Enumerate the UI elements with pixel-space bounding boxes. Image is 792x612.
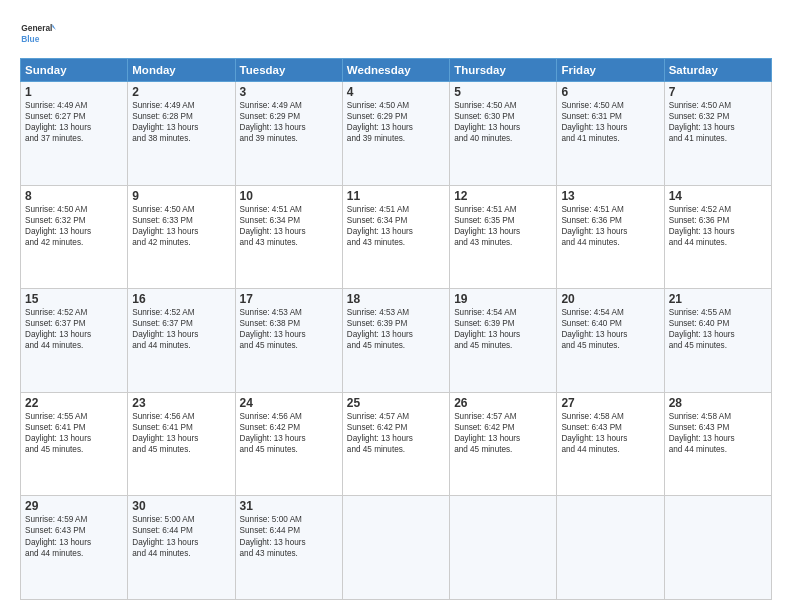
day-info: Sunrise: 4:59 AMSunset: 6:43 PMDaylight:… [25,514,123,558]
day-info: Sunrise: 4:51 AMSunset: 6:36 PMDaylight:… [561,204,659,248]
day-number: 3 [240,85,338,99]
calendar-week-row: 15Sunrise: 4:52 AMSunset: 6:37 PMDayligh… [21,289,772,393]
calendar-day-3: 3Sunrise: 4:49 AMSunset: 6:29 PMDaylight… [235,82,342,186]
day-number: 4 [347,85,445,99]
calendar-day-12: 12Sunrise: 4:51 AMSunset: 6:35 PMDayligh… [450,185,557,289]
day-info: Sunrise: 4:52 AMSunset: 6:37 PMDaylight:… [25,307,123,351]
calendar-day-21: 21Sunrise: 4:55 AMSunset: 6:40 PMDayligh… [664,289,771,393]
day-info: Sunrise: 4:57 AMSunset: 6:42 PMDaylight:… [347,411,445,455]
day-info: Sunrise: 5:00 AMSunset: 6:44 PMDaylight:… [132,514,230,558]
day-number: 1 [25,85,123,99]
day-number: 21 [669,292,767,306]
day-info: Sunrise: 4:52 AMSunset: 6:37 PMDaylight:… [132,307,230,351]
day-info: Sunrise: 4:49 AMSunset: 6:27 PMDaylight:… [25,100,123,144]
calendar-empty-cell [342,496,449,600]
day-number: 23 [132,396,230,410]
day-info: Sunrise: 4:57 AMSunset: 6:42 PMDaylight:… [454,411,552,455]
calendar-table: SundayMondayTuesdayWednesdayThursdayFrid… [20,58,772,600]
day-number: 10 [240,189,338,203]
calendar-day-8: 8Sunrise: 4:50 AMSunset: 6:32 PMDaylight… [21,185,128,289]
calendar-empty-cell [557,496,664,600]
day-info: Sunrise: 4:50 AMSunset: 6:31 PMDaylight:… [561,100,659,144]
day-info: Sunrise: 4:50 AMSunset: 6:32 PMDaylight:… [669,100,767,144]
day-number: 6 [561,85,659,99]
day-info: Sunrise: 4:51 AMSunset: 6:35 PMDaylight:… [454,204,552,248]
day-number: 13 [561,189,659,203]
calendar-header-wednesday: Wednesday [342,59,449,82]
calendar-header-thursday: Thursday [450,59,557,82]
calendar-day-6: 6Sunrise: 4:50 AMSunset: 6:31 PMDaylight… [557,82,664,186]
day-info: Sunrise: 4:54 AMSunset: 6:39 PMDaylight:… [454,307,552,351]
day-number: 26 [454,396,552,410]
svg-text:Blue: Blue [21,34,40,44]
svg-marker-3 [52,24,56,30]
calendar-day-25: 25Sunrise: 4:57 AMSunset: 6:42 PMDayligh… [342,392,449,496]
calendar-day-17: 17Sunrise: 4:53 AMSunset: 6:38 PMDayligh… [235,289,342,393]
calendar-day-13: 13Sunrise: 4:51 AMSunset: 6:36 PMDayligh… [557,185,664,289]
calendar-day-18: 18Sunrise: 4:53 AMSunset: 6:39 PMDayligh… [342,289,449,393]
calendar-day-2: 2Sunrise: 4:49 AMSunset: 6:28 PMDaylight… [128,82,235,186]
calendar-day-16: 16Sunrise: 4:52 AMSunset: 6:37 PMDayligh… [128,289,235,393]
day-info: Sunrise: 4:55 AMSunset: 6:41 PMDaylight:… [25,411,123,455]
logo-svg: General Blue [20,18,56,54]
day-info: Sunrise: 4:53 AMSunset: 6:38 PMDaylight:… [240,307,338,351]
calendar-day-31: 31Sunrise: 5:00 AMSunset: 6:44 PMDayligh… [235,496,342,600]
day-info: Sunrise: 4:51 AMSunset: 6:34 PMDaylight:… [240,204,338,248]
calendar-day-23: 23Sunrise: 4:56 AMSunset: 6:41 PMDayligh… [128,392,235,496]
day-number: 14 [669,189,767,203]
day-info: Sunrise: 4:53 AMSunset: 6:39 PMDaylight:… [347,307,445,351]
calendar-day-7: 7Sunrise: 4:50 AMSunset: 6:32 PMDaylight… [664,82,771,186]
calendar-day-10: 10Sunrise: 4:51 AMSunset: 6:34 PMDayligh… [235,185,342,289]
calendar-header-row: SundayMondayTuesdayWednesdayThursdayFrid… [21,59,772,82]
calendar-header-tuesday: Tuesday [235,59,342,82]
calendar-day-26: 26Sunrise: 4:57 AMSunset: 6:42 PMDayligh… [450,392,557,496]
day-info: Sunrise: 4:51 AMSunset: 6:34 PMDaylight:… [347,204,445,248]
calendar-header-friday: Friday [557,59,664,82]
day-number: 16 [132,292,230,306]
calendar-day-24: 24Sunrise: 4:56 AMSunset: 6:42 PMDayligh… [235,392,342,496]
calendar-empty-cell [664,496,771,600]
day-info: Sunrise: 4:50 AMSunset: 6:30 PMDaylight:… [454,100,552,144]
day-info: Sunrise: 4:50 AMSunset: 6:29 PMDaylight:… [347,100,445,144]
calendar-day-15: 15Sunrise: 4:52 AMSunset: 6:37 PMDayligh… [21,289,128,393]
calendar-day-14: 14Sunrise: 4:52 AMSunset: 6:36 PMDayligh… [664,185,771,289]
day-number: 9 [132,189,230,203]
page: General Blue SundayMondayTuesdayWednesda… [0,0,792,612]
calendar-day-4: 4Sunrise: 4:50 AMSunset: 6:29 PMDaylight… [342,82,449,186]
day-info: Sunrise: 4:54 AMSunset: 6:40 PMDaylight:… [561,307,659,351]
calendar-header-monday: Monday [128,59,235,82]
day-number: 8 [25,189,123,203]
day-number: 30 [132,499,230,513]
calendar-day-9: 9Sunrise: 4:50 AMSunset: 6:33 PMDaylight… [128,185,235,289]
calendar-day-19: 19Sunrise: 4:54 AMSunset: 6:39 PMDayligh… [450,289,557,393]
calendar-day-5: 5Sunrise: 4:50 AMSunset: 6:30 PMDaylight… [450,82,557,186]
day-info: Sunrise: 4:50 AMSunset: 6:33 PMDaylight:… [132,204,230,248]
calendar-header-saturday: Saturday [664,59,771,82]
calendar-day-20: 20Sunrise: 4:54 AMSunset: 6:40 PMDayligh… [557,289,664,393]
day-info: Sunrise: 4:58 AMSunset: 6:43 PMDaylight:… [669,411,767,455]
calendar-day-1: 1Sunrise: 4:49 AMSunset: 6:27 PMDaylight… [21,82,128,186]
calendar-empty-cell [450,496,557,600]
day-info: Sunrise: 5:00 AMSunset: 6:44 PMDaylight:… [240,514,338,558]
day-info: Sunrise: 4:56 AMSunset: 6:42 PMDaylight:… [240,411,338,455]
day-info: Sunrise: 4:55 AMSunset: 6:40 PMDaylight:… [669,307,767,351]
calendar-week-row: 29Sunrise: 4:59 AMSunset: 6:43 PMDayligh… [21,496,772,600]
day-number: 31 [240,499,338,513]
day-number: 5 [454,85,552,99]
day-number: 15 [25,292,123,306]
calendar-day-11: 11Sunrise: 4:51 AMSunset: 6:34 PMDayligh… [342,185,449,289]
day-number: 17 [240,292,338,306]
day-number: 24 [240,396,338,410]
calendar-week-row: 8Sunrise: 4:50 AMSunset: 6:32 PMDaylight… [21,185,772,289]
day-number: 25 [347,396,445,410]
day-info: Sunrise: 4:52 AMSunset: 6:36 PMDaylight:… [669,204,767,248]
logo: General Blue [20,18,56,54]
calendar-day-22: 22Sunrise: 4:55 AMSunset: 6:41 PMDayligh… [21,392,128,496]
day-number: 22 [25,396,123,410]
calendar-day-29: 29Sunrise: 4:59 AMSunset: 6:43 PMDayligh… [21,496,128,600]
calendar-day-30: 30Sunrise: 5:00 AMSunset: 6:44 PMDayligh… [128,496,235,600]
day-number: 28 [669,396,767,410]
day-number: 29 [25,499,123,513]
day-info: Sunrise: 4:49 AMSunset: 6:29 PMDaylight:… [240,100,338,144]
day-info: Sunrise: 4:50 AMSunset: 6:32 PMDaylight:… [25,204,123,248]
